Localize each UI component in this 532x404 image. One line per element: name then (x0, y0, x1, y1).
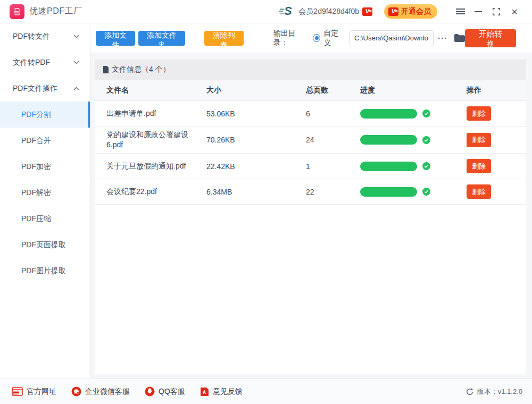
add-file-button[interactable]: 添加文件 (96, 31, 135, 46)
svg-text:S: S (285, 4, 293, 17)
add-folder-button[interactable]: 添加文件夹 (138, 31, 185, 46)
hamburger-icon (456, 9, 465, 14)
output-path-input[interactable] (350, 30, 434, 46)
sidebar-group-file-to-pdf[interactable]: 文件转PDF (0, 49, 90, 75)
output-dir-label: 输出目录： (273, 29, 308, 48)
app-title: 优速PDF工厂 (29, 6, 82, 17)
document-icon (103, 66, 109, 73)
table-row: 出差申请单.pdf 53.06KB 6 删除 (95, 101, 526, 127)
sidebar: PDF转文件 文件转PDF PDF文件操作 PDF分割 PDF合并 PDF加密 … (0, 23, 90, 378)
qq-service-icon (145, 386, 155, 397)
sidebar-item-label: PDF合并 (21, 136, 51, 146)
sidebar-item-pdf-merge[interactable]: PDF合并 (0, 128, 90, 154)
refresh-icon (466, 388, 474, 396)
wechat-service-link[interactable]: 企业微信客服 (71, 386, 130, 397)
file-size: 6.34MB (206, 188, 306, 196)
wechat-service-icon (71, 386, 81, 397)
menu-button[interactable] (451, 4, 469, 20)
sidebar-item-label: PDF页面提取 (21, 240, 66, 250)
member-avatar-icon: S (278, 4, 294, 19)
sidebar-item-pdf-compress[interactable]: PDF压缩 (0, 206, 90, 232)
sidebar-group-label: PDF转文件 (13, 32, 50, 41)
chevron-down-icon (73, 61, 79, 64)
content-area: 文件信息（4 个） 文件名 大小 总页数 进度 操作 出差申请单.pdf 53.… (90, 53, 532, 378)
titlebar: PDF 优速PDF工厂 S 会员2d9f428d4f0b VIP VIP 开通会… (0, 0, 532, 23)
titlebar-right: S 会员2d9f428d4f0b VIP VIP 开通会员 × (278, 4, 523, 20)
open-vip-label: 开通会员 (401, 7, 431, 16)
qq-service-link[interactable]: QQ客服 (145, 386, 185, 397)
delete-button[interactable]: 删除 (467, 133, 491, 147)
sidebar-item-pdf-split[interactable]: PDF分割 (0, 102, 90, 128)
file-size: 53.06KB (206, 110, 306, 118)
official-website-link[interactable]: .com 官方网址 (12, 387, 56, 397)
main-area: 添加文件 添加文件夹 清除列表 输出目录： 自定义 ··· 开始转换 (90, 23, 532, 378)
close-button[interactable]: × (505, 4, 523, 20)
maximize-icon (493, 8, 500, 15)
sidebar-item-pdf-page-extract[interactable]: PDF页面提取 (0, 232, 90, 258)
table-row: 会议纪要22.pdf 6.34MB 22 删除 (95, 179, 526, 205)
header-pages: 总页数 (306, 86, 360, 95)
sidebar-item-pdf-image-extract[interactable]: PDF图片提取 (0, 258, 90, 284)
member-id-label: 会员2d9f428d4f0b (298, 7, 359, 16)
feedback-link[interactable]: 意见反馈 (200, 387, 243, 397)
delete-button[interactable]: 删除 (467, 159, 491, 173)
member-account[interactable]: S 会员2d9f428d4f0b VIP (278, 4, 372, 19)
file-name: 关于元旦放假的通知.pdf (106, 158, 186, 174)
toolbar: 添加文件 添加文件夹 清除列表 输出目录： 自定义 ··· 开始转换 (90, 23, 532, 53)
footer-link-label: QQ客服 (159, 387, 185, 397)
file-pages: 24 (306, 136, 360, 144)
progress-bar (360, 109, 417, 119)
minimize-icon (475, 11, 482, 12)
progress-bar (360, 187, 417, 197)
version-label: 版本：v1.1.2.0 (477, 387, 522, 397)
file-name: 会议纪要22.pdf (106, 183, 157, 200)
file-name: 党的建设和廉政公署建设6.pdf (106, 127, 192, 153)
table-row: 关于元旦放假的通知.pdf 22.42KB 1 删除 (95, 154, 526, 179)
sidebar-group-pdf-to-file[interactable]: PDF转文件 (0, 23, 90, 49)
check-circle-icon (422, 136, 430, 144)
sidebar-item-label: PDF图片提取 (21, 266, 66, 276)
website-icon: .com (12, 387, 23, 396)
app-window: PDF 优速PDF工厂 S 会员2d9f428d4f0b VIP VIP 开通会… (0, 0, 532, 404)
footer: .com 官方网址 企业微信客服 QQ客服 意见反馈 版本：v1.1.2.0 (0, 378, 532, 404)
sidebar-item-label: PDF压缩 (21, 214, 51, 224)
maximize-button[interactable] (487, 4, 505, 20)
delete-button[interactable]: 删除 (467, 184, 491, 199)
close-icon: × (511, 6, 518, 17)
folder-icon (454, 33, 465, 43)
file-info-bar: 文件信息（4 个） (95, 60, 526, 80)
delete-button[interactable]: 删除 (467, 106, 491, 121)
minimize-button[interactable] (469, 4, 487, 20)
custom-dir-radio-label: 自定义 (323, 29, 344, 48)
version-info: 版本：v1.1.2.0 (466, 387, 522, 397)
footer-link-label: 意见反馈 (213, 387, 243, 397)
open-vip-button[interactable]: VIP 开通会员 (384, 4, 437, 19)
svg-text:PDF: PDF (14, 12, 18, 14)
footer-link-label: 企业微信客服 (85, 387, 130, 397)
file-size: 22.42KB (206, 162, 306, 171)
file-pages: 1 (306, 162, 360, 171)
header-action: 操作 (467, 86, 526, 95)
window-controls: × (451, 4, 523, 20)
sidebar-item-label: PDF分割 (21, 110, 51, 120)
file-name: 出差申请单.pdf (106, 105, 156, 122)
start-convert-button[interactable]: 开始转换 (465, 29, 516, 47)
sidebar-group-pdf-operations[interactable]: PDF文件操作 (0, 75, 90, 102)
svg-text:.com: .com (13, 392, 19, 394)
check-circle-icon (422, 188, 430, 196)
sidebar-group-label: PDF文件操作 (13, 84, 57, 94)
app-logo-icon: PDF (10, 4, 24, 19)
chevron-up-icon (73, 87, 79, 90)
progress-bar (360, 162, 417, 171)
browse-ellipsis-button[interactable]: ··· (438, 33, 447, 43)
sidebar-item-label: PDF解密 (21, 188, 51, 198)
clear-list-button[interactable]: 清除列表 (204, 31, 244, 46)
sidebar-item-pdf-decrypt[interactable]: PDF解密 (0, 180, 90, 206)
sidebar-item-pdf-encrypt[interactable]: PDF加密 (0, 154, 90, 180)
radio-selected-icon[interactable] (313, 34, 320, 42)
file-pages: 22 (306, 188, 360, 196)
custom-dir-option[interactable]: 自定义 (313, 29, 344, 48)
chevron-down-icon (73, 35, 79, 38)
header-filename: 文件名 (95, 86, 206, 95)
open-folder-button[interactable] (454, 33, 465, 43)
